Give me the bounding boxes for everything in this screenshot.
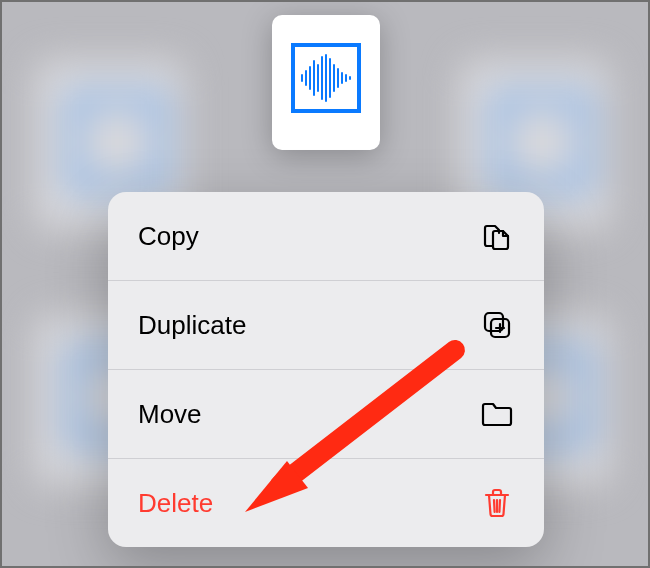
copy-icon — [480, 219, 514, 253]
context-menu: Copy Duplicate Move — [108, 192, 544, 547]
menu-item-label: Delete — [138, 488, 213, 519]
menu-item-label: Move — [138, 399, 202, 430]
menu-item-move[interactable]: Move — [108, 369, 544, 458]
duplicate-icon — [480, 308, 514, 342]
file-preview[interactable] — [272, 15, 380, 150]
menu-item-label: Duplicate — [138, 310, 246, 341]
menu-item-delete[interactable]: Delete — [108, 458, 544, 547]
menu-item-duplicate[interactable]: Duplicate — [108, 280, 544, 369]
screenshot-stage: Copy Duplicate Move — [0, 0, 650, 568]
folder-icon — [480, 397, 514, 431]
svg-line-19 — [499, 500, 500, 512]
menu-item-label: Copy — [138, 221, 199, 252]
trash-icon — [480, 486, 514, 520]
waveform-icon — [298, 53, 354, 103]
svg-line-17 — [494, 500, 495, 512]
menu-item-copy[interactable]: Copy — [108, 192, 544, 280]
